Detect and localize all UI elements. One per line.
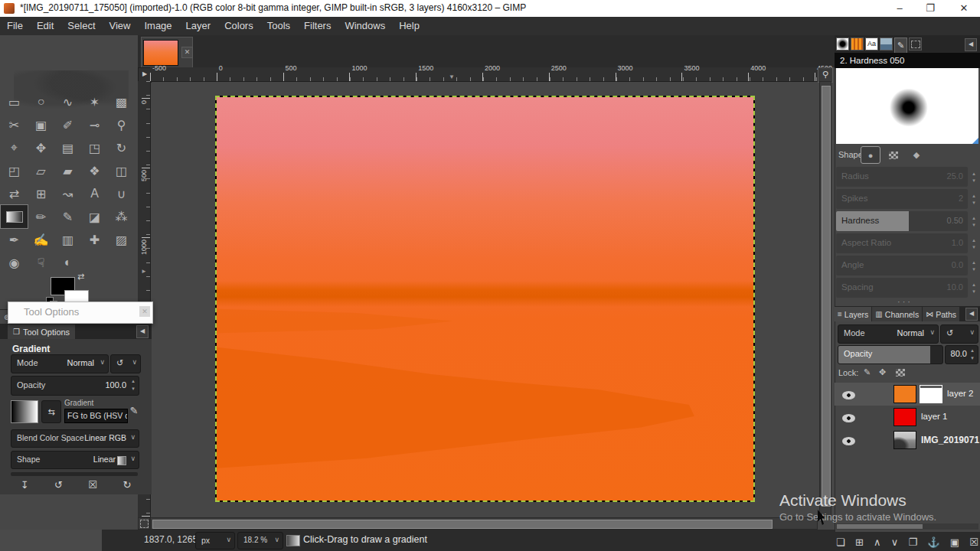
menu-help[interactable]: Help bbox=[392, 17, 426, 35]
slider-spinner[interactable]: ▴▾ bbox=[969, 278, 978, 298]
tab-patterns[interactable] bbox=[851, 37, 864, 51]
move-tool[interactable]: ✥ bbox=[28, 136, 54, 159]
floating-close-icon[interactable]: ✕ bbox=[139, 306, 150, 317]
delete-preset-button[interactable]: ☒ bbox=[88, 479, 97, 491]
new-layer-button[interactable]: ❏ bbox=[836, 536, 845, 548]
pencil-tool[interactable]: ✏ bbox=[28, 205, 54, 228]
save-preset-button[interactable]: ↧ bbox=[21, 479, 29, 491]
gradient-preview[interactable] bbox=[11, 400, 38, 423]
brush-shape-diamond[interactable]: ◆ bbox=[906, 146, 926, 164]
swap-colors-icon[interactable]: ⇄ bbox=[77, 272, 84, 282]
slider-spinner[interactable]: ▴▾ bbox=[969, 189, 978, 209]
zoom-tool[interactable]: ⚲ bbox=[108, 113, 135, 136]
ellipse-select-tool[interactable]: ○ bbox=[28, 90, 54, 113]
visibility-eye-icon[interactable] bbox=[842, 437, 855, 445]
mode-reset-button[interactable]: ↺ ∨ bbox=[110, 354, 141, 373]
slider-aspect-ratio[interactable]: Aspect Ratio1.0 bbox=[836, 233, 968, 253]
eraser-tool[interactable]: ◪ bbox=[81, 205, 108, 228]
layer-opacity-slider[interactable]: Opacity bbox=[838, 345, 943, 364]
panel-splitter-icon[interactable]: ··· bbox=[897, 297, 913, 306]
slider-spikes[interactable]: Spikes2 bbox=[836, 189, 968, 209]
new-layer-group-button[interactable]: ⊞ bbox=[855, 536, 864, 548]
layer-name[interactable]: layer 1 bbox=[921, 412, 948, 421]
perspective-clone-tool[interactable]: ▨ bbox=[108, 228, 135, 251]
rectangle-select-tool[interactable]: ▭ bbox=[1, 90, 28, 113]
layer-opacity-value-box[interactable]: 80.0 ▴ ▾ bbox=[945, 345, 978, 364]
reset-tool-button[interactable]: ↻ bbox=[122, 479, 131, 491]
warp-transform-tool[interactable]: ↝ bbox=[54, 182, 81, 205]
clone-tool[interactable]: ▥ bbox=[54, 228, 81, 251]
layer-row-IMG_2019071[interactable]: IMG_2019071 bbox=[835, 429, 980, 452]
collapse-tool-options-icon[interactable]: ◀ bbox=[136, 325, 149, 338]
menu-select[interactable]: Select bbox=[60, 17, 102, 35]
tab-tool-preset[interactable] bbox=[909, 37, 922, 51]
shear-tool[interactable]: ▱ bbox=[28, 159, 54, 182]
flip-tool[interactable]: ⇄ bbox=[1, 182, 28, 205]
close-button[interactable]: ✕ bbox=[952, 2, 975, 15]
layer-row-layer-1[interactable]: layer 1 bbox=[835, 406, 980, 429]
layers-scrollbar[interactable] bbox=[836, 523, 978, 530]
raise-layer-button[interactable]: ∧ bbox=[874, 536, 881, 548]
duplicate-layer-button[interactable]: ❐ bbox=[908, 536, 917, 548]
collapse-brush-dock-icon[interactable]: ◀ bbox=[965, 38, 977, 51]
align-tool[interactable]: ▤ bbox=[54, 136, 81, 159]
cage-transform-tool[interactable]: ⊞ bbox=[28, 182, 54, 205]
paint-mode-dropdown[interactable]: Mode Normal ∨ bbox=[11, 354, 109, 373]
paths-tool[interactable]: ✐ bbox=[54, 113, 81, 136]
menu-file[interactable]: File bbox=[0, 17, 30, 35]
menu-tools[interactable]: Tools bbox=[260, 17, 297, 35]
restore-preset-button[interactable]: ↺ bbox=[54, 479, 63, 491]
blend-color-space-dropdown[interactable]: Blend Color Space Linear RGB ∨ bbox=[11, 429, 139, 448]
layer-row-layer-2[interactable]: layer 2 bbox=[835, 383, 980, 406]
image-tab-close-icon[interactable]: ✕ bbox=[181, 47, 193, 58]
slider-spinner[interactable]: ▴▾ bbox=[969, 211, 978, 231]
menu-layer[interactable]: Layer bbox=[179, 17, 218, 35]
tab-paths[interactable]: ⋈ Paths bbox=[923, 307, 959, 321]
slider-spacing[interactable]: Spacing10.0 bbox=[836, 278, 968, 298]
slider-spinner[interactable]: ▴▾ bbox=[969, 256, 978, 276]
layer-opacity-spinner[interactable]: ▴ ▾ bbox=[969, 347, 976, 362]
menu-windows[interactable]: Windows bbox=[338, 17, 392, 35]
crop-tool[interactable]: ◳ bbox=[81, 136, 108, 159]
layer-thumbnail[interactable] bbox=[893, 408, 916, 426]
slider-angle[interactable]: Angle0.0 bbox=[836, 256, 968, 276]
scale-tool[interactable]: ◰ bbox=[1, 159, 28, 182]
menu-image[interactable]: Image bbox=[137, 17, 178, 35]
tab-brush-editor[interactable]: ✎ bbox=[894, 37, 907, 53]
gradient-tool[interactable] bbox=[1, 205, 28, 228]
text-tool[interactable]: A bbox=[81, 182, 108, 205]
unit-dropdown[interactable]: px ∨ bbox=[195, 532, 235, 549]
edit-gradient-icon[interactable]: ✎ bbox=[127, 403, 141, 419]
layer-name[interactable]: IMG_2019071 bbox=[921, 435, 979, 445]
layer-thumbnail[interactable] bbox=[893, 385, 916, 403]
perspective-tool[interactable]: ▰ bbox=[54, 159, 81, 182]
vertical-scrollbar[interactable] bbox=[819, 81, 831, 517]
reverse-gradient-button[interactable]: ⇆ bbox=[41, 400, 61, 423]
paintbrush-tool[interactable]: ✎ bbox=[54, 205, 81, 228]
collapse-layers-dock-icon[interactable]: ◀ bbox=[965, 308, 978, 321]
lock-alpha-icon[interactable] bbox=[896, 369, 905, 377]
visibility-eye-icon[interactable] bbox=[842, 391, 855, 399]
zoom-dropdown[interactable]: 18.2 % ∨ bbox=[237, 532, 283, 549]
tab-fonts[interactable]: Aa bbox=[865, 37, 878, 51]
menu-edit[interactable]: Edit bbox=[30, 17, 60, 35]
lock-position-icon[interactable]: ✥ bbox=[879, 367, 886, 377]
delete-layer-button[interactable]: ☒ bbox=[969, 536, 978, 548]
rotate-tool[interactable]: ↻ bbox=[108, 136, 135, 159]
restore-button[interactable]: ❐ bbox=[919, 2, 942, 15]
color-picker-tool[interactable]: ⊸ bbox=[81, 113, 108, 136]
layer-mode-reset-button[interactable]: ↺ ∨ bbox=[940, 324, 978, 344]
ink-tool[interactable]: ✒ bbox=[1, 228, 28, 251]
smudge-tool[interactable]: ☟ bbox=[28, 251, 54, 274]
fuzzy-select-tool[interactable]: ✶ bbox=[81, 90, 108, 113]
unified-transform-tool[interactable]: ❖ bbox=[81, 159, 108, 182]
canvas[interactable] bbox=[215, 96, 755, 502]
gradient-name-field[interactable]: FG to BG (HSV d bbox=[64, 409, 128, 423]
tab-layers[interactable]: ≡ Layers bbox=[835, 307, 871, 321]
opacity-slider[interactable]: Opacity 100.0 ▴ ▾ bbox=[11, 376, 139, 396]
lock-pixels-icon[interactable]: ✎ bbox=[864, 367, 871, 377]
anchor-layer-button[interactable]: ⚓ bbox=[927, 536, 939, 548]
horizontal-ruler[interactable]: -500050010001500200025003000350040004500 bbox=[150, 67, 818, 82]
bucket-fill-tool[interactable]: ∪ bbox=[108, 182, 135, 205]
airbrush-tool[interactable]: ⁂ bbox=[108, 205, 135, 228]
